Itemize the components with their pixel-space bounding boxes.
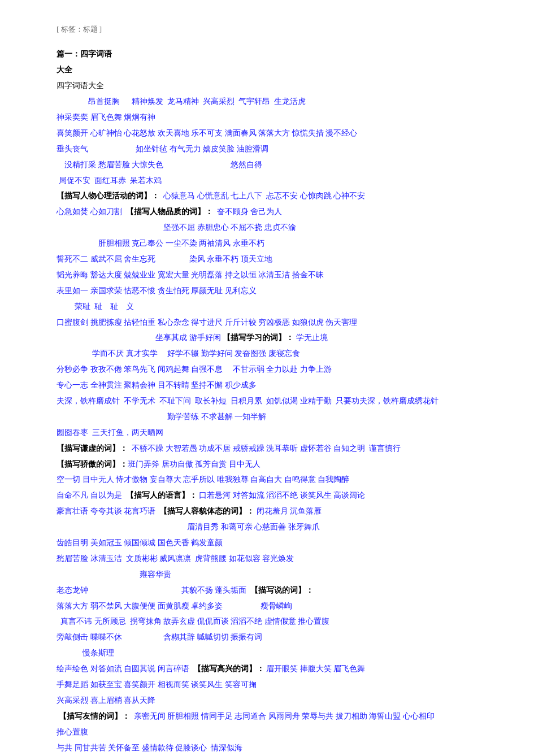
line-shuo1: 真言不讳 无所顾忌 拐弯抹角 故弄玄虚 侃侃而谈 滔滔不绝 虚情假意 推心置腹 <box>57 614 489 629</box>
line-friend3: 与共 同甘共苦 关怀备至 盛情款待 促膝谈心 情深似海 <box>57 741 489 755</box>
line-jiao2: 空一切 目中无人 恃才傲物 妄自尊大 忘乎所以 唯我独尊 自高自大 自鸣得意 自… <box>57 472 489 487</box>
line-desc1j: 坐享其成 游手好闲 【描写学习的词】： 学无止境 <box>57 331 489 345</box>
line-desc2c: 专心一志 全神贯注 聚精会神 目不转睛 坚持不懈 积少成多 <box>57 378 489 393</box>
line-shuo4: 绘声绘色 对答如流 自圆其说 闲言碎语 【描写高兴的词】： 眉开眼笑 捧腹大笑 … <box>57 662 489 676</box>
line-jiao3: 自命不凡 自以为是 【描写人的语言】： 口若悬河 对答如流 滔滔不绝 谈笑风生 … <box>57 488 489 503</box>
line1: 昂首挺胸 精神焕发 龙马精神 兴高采烈 气宇轩昂 生龙活虎 <box>57 94 489 109</box>
line-desc2: 学而不厌 真才实学 好学不辍 勤学好问 发奋图强 废寝忘食 <box>57 346 489 361</box>
line-shuo2: 旁敲侧击 喋喋不休 含糊其辞 嘁嘁切切 振振有词 <box>57 630 489 645</box>
line-desc1c: 坚强不屈 赤胆忠心 不屈不挠 忠贞不渝 <box>57 220 489 235</box>
content-area: 篇一：四字词语 大全 四字词语大全 昂首挺胸 精神焕发 龙马精神 兴高采烈 气宇… <box>57 47 489 756</box>
line-desc1b: 心急如焚 心如刀割 【描写人物品质的词】： 奋不顾身 舍己为人 <box>57 205 489 219</box>
line-rong3: 愁眉苦脸 冰清玉洁 文质彬彬 威风凛凛 虎背熊腰 如花似容 容光焕发 <box>57 551 489 566</box>
line-jiao: 【描写骄傲的词】：班门弄斧 居功自傲 孤芳自赏 目中无人 <box>57 457 489 472</box>
line-rong4: 雍容华贵 <box>57 567 489 582</box>
line-desc1f: 韬光养晦 豁达大度 兢兢业业 宽宏大量 光明磊落 持之以恒 冰清玉洁 拾金不昧 <box>57 268 489 283</box>
line-desc2b: 分秒必争 孜孜不倦 笨鸟先飞 闻鸡起舞 自强不息 不甘示弱 全力以赴 力争上游 <box>57 362 489 377</box>
line-desc2e: 勤学苦练 不求甚解 一知半解 <box>57 410 489 424</box>
section-title2: 大全 <box>57 63 489 77</box>
line-desc2d: 夫深，铁杵磨成针 不学无术 不耻下问 取长补短 日积月累 如饥似渴 业精于勤 只… <box>57 394 489 409</box>
line-happy1: 手舞足蹈 如获至宝 喜笑颜开 相视而笑 谈笑风生 笑容可掬 <box>57 677 489 692</box>
line-desc2f: 囫囵吞枣 三天打鱼，两天晒网 <box>57 425 489 440</box>
line-jiao4: 豪言壮语 夸夸其谈 花言巧语 【描写人容貌体态的词】： 闭花羞月 沉鱼落雁 <box>57 504 489 519</box>
line5: 没精打采 愁眉苦脸 大惊失色 悠然自得 <box>57 158 489 172</box>
sub-title: 四字词语大全 <box>57 79 489 93</box>
line2: 神采奕奕 眉飞色舞 炯炯有神 <box>57 110 489 125</box>
line-rong1: 眉清目秀 和蔼可亲 心慈面善 张牙舞爪 <box>57 520 489 535</box>
line-desc1i: 口蜜腹剑 挑肥拣瘦 拈轻怕重 私心杂念 得寸进尺 斤斤计较 穷凶极恶 如狼似虎 … <box>57 315 489 330</box>
line-shuo3: 慢条斯理 <box>57 646 489 661</box>
line4: 垂头丧气 如坐针毡 有气无力 嬉皮笑脸 油腔滑调 <box>57 142 489 157</box>
line-friend2: 推心置腹 <box>57 725 489 740</box>
line-desc1: 【描写人物心理活动的词】： 心猿意马 心慌意乱 七上八下 忐忑不安 心惊肉跳 心… <box>57 189 489 203</box>
line-friend1: 【描写友情的词】： 亲密无间 肝胆相照 情同手足 志同道合 风雨同舟 荣辱与共 … <box>57 709 489 724</box>
line-rong2: 齿皓目明 美如冠玉 倾国倾城 国色天香 鹤发童颜 <box>57 536 489 550</box>
line3: 喜笑颜开 心旷神怡 心花怒放 欢天喜地 乐不可支 满面春风 落落大方 惊慌失措 … <box>57 126 489 141</box>
line-desc1d: 肝胆相照 克己奉公 一尘不染 两袖清风 永垂不朽 <box>57 236 489 251</box>
line-rong6: 落落大方 弱不禁风 大腹便便 面黄肌瘦 卓约多姿 瘦骨嶙峋 <box>57 599 489 614</box>
line-desc1e: 誓死不二 威武不屈 舍生忘死 染风 永垂不朽 顶天立地 <box>57 252 489 267</box>
line-desc1h: 荣耻 耻 耻 义 <box>57 299 489 314</box>
line-rong5: 老态龙钟 其貌不扬 蓬头垢面 【描写说的词】： <box>57 583 489 598</box>
line6: 局促不安 面红耳赤 呆若木鸡 <box>57 173 489 188</box>
section-title1: 篇一：四字词语 <box>57 47 489 62</box>
tag-line: [ 标签：标题 ] <box>57 23 489 36</box>
line-desc1g: 表里如一 亲国求荣 怙恶不悛 贪生怕死 厚颜无耻 见利忘义 <box>57 284 489 298</box>
line-happy2: 兴高采烈 喜上眉梢 喜从天降 <box>57 693 489 708</box>
line-qian: 【描写谦虚的词】： 不骄不躁 大智若愚 功成不居 戒骄戒躁 洗耳恭听 虚怀若谷 … <box>57 441 489 456</box>
